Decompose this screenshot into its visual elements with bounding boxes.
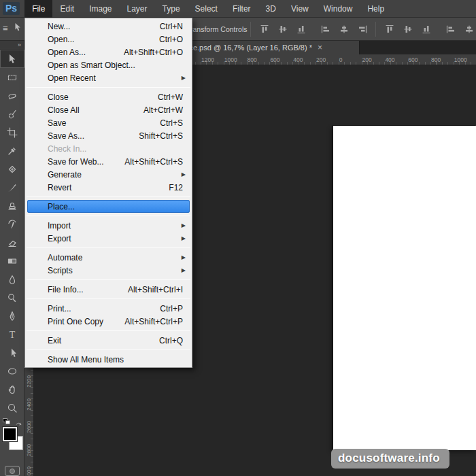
- menu-item-save[interactable]: SaveCtrl+S: [27, 116, 190, 129]
- menubar-item-edit[interactable]: Edit: [52, 0, 82, 18]
- ruler-tick-label: 2200: [26, 375, 32, 388]
- blur-tool[interactable]: [0, 270, 24, 288]
- menu-item-revert[interactable]: RevertF12: [27, 181, 190, 194]
- menu-item-save-for-web[interactable]: Save for Web...Alt+Shift+Ctrl+S: [27, 155, 190, 168]
- menu-item-generate[interactable]: Generate▶: [27, 168, 190, 181]
- svg-text:T: T: [10, 330, 16, 340]
- ruler-tick-label: 1000: [224, 56, 237, 63]
- distribute-bottom-edges-button[interactable]: [417, 21, 435, 37]
- menu-separator: [27, 216, 190, 216]
- submenu-arrow-icon: ▶: [182, 235, 186, 241]
- distribute-horizontal-centers-button[interactable]: [460, 21, 476, 37]
- menu-item-place[interactable]: Place...: [27, 200, 190, 213]
- gradient-tool[interactable]: [0, 252, 24, 270]
- crop-tool[interactable]: [0, 123, 24, 141]
- spot-healing-brush-tool[interactable]: [0, 160, 24, 178]
- align-horizontal-centers-button[interactable]: [335, 21, 353, 37]
- ruler-tick-label: 600: [270, 56, 279, 63]
- menubar-item-view[interactable]: View: [284, 0, 316, 18]
- menu-item-show-all-menu-items[interactable]: Show All Menu Items: [27, 353, 190, 366]
- hand-tool[interactable]: [0, 380, 24, 398]
- menubar-item-type[interactable]: Type: [155, 0, 188, 18]
- menubar-item-image[interactable]: Image: [82, 0, 119, 18]
- menu-item-export[interactable]: Export▶: [27, 232, 190, 245]
- submenu-arrow-icon: ▶: [182, 171, 186, 177]
- menubar-item-filter[interactable]: Filter: [225, 0, 258, 18]
- ruler-tick-label: 3000: [26, 466, 32, 476]
- menu-item-open[interactable]: Open...Ctrl+O: [27, 33, 190, 46]
- menu-item-open-as-smart-object[interactable]: Open as Smart Object...: [27, 58, 190, 71]
- tool-preset-picker-icon[interactable]: ≡: [3, 23, 8, 33]
- ruler-tick-label: 1000: [454, 56, 467, 63]
- quick-mask-mode-button[interactable]: [5, 466, 20, 476]
- distribute-left-edges-button[interactable]: [441, 21, 460, 37]
- pen-tool[interactable]: [0, 307, 24, 325]
- menubar-item-file[interactable]: File: [24, 0, 52, 18]
- menu-item-save-as[interactable]: Save As...Shift+Ctrl+S: [27, 129, 190, 142]
- tab-close-icon[interactable]: ×: [318, 44, 322, 52]
- menu-item-check-in[interactable]: Check In...: [27, 142, 190, 155]
- menu-item-print[interactable]: Print...Ctrl+P: [27, 302, 190, 315]
- ruler-tick-label: 2800: [26, 444, 32, 456]
- dodge-tool[interactable]: [0, 288, 24, 307]
- collapse-panel-icon[interactable]: »: [0, 41, 24, 50]
- type-tool[interactable]: T: [0, 325, 24, 343]
- submenu-arrow-icon: ▶: [182, 75, 186, 81]
- color-swatch-area: [0, 418, 24, 460]
- menu-item-open-recent[interactable]: Open Recent▶: [27, 71, 190, 84]
- align-vertical-centers-button[interactable]: [273, 21, 292, 37]
- ruler-tick-label: 800: [248, 56, 257, 63]
- default-colors-icon[interactable]: [3, 418, 10, 425]
- document-canvas[interactable]: [333, 126, 476, 450]
- eraser-tool[interactable]: [0, 233, 24, 252]
- menu-item-close[interactable]: CloseCtrl+W: [27, 90, 190, 103]
- rectangular-marquee-tool[interactable]: [0, 68, 24, 86]
- path-selection-tool[interactable]: [0, 343, 24, 362]
- menu-bar: Ps FileEditImageLayerTypeSelectFilter3DV…: [0, 0, 476, 18]
- align-top-edges-button[interactable]: [255, 21, 273, 37]
- document-tab[interactable]: ice.psd @ 16,7% (Layer 16, RGB/8) * ×: [182, 41, 360, 54]
- menu-item-close-all[interactable]: Close AllAlt+Ctrl+W: [27, 103, 190, 116]
- submenu-arrow-icon: ▶: [182, 222, 186, 228]
- lasso-tool[interactable]: [0, 86, 24, 105]
- options-bar-divider: [375, 22, 376, 37]
- menubar-item-select[interactable]: Select: [188, 0, 225, 18]
- menu-item-open-as[interactable]: Open As...Alt+Shift+Ctrl+O: [27, 46, 190, 58]
- quick-selection-tool[interactable]: [0, 105, 24, 123]
- align-left-edges-button[interactable]: [316, 21, 335, 37]
- options-bar-divider: [250, 22, 251, 37]
- align-bottom-edges-button[interactable]: [292, 21, 310, 37]
- ellipse-tool[interactable]: [0, 362, 24, 380]
- align-right-edges-button[interactable]: [353, 21, 371, 37]
- clone-stamp-tool[interactable]: [0, 197, 24, 215]
- menu-item-scripts[interactable]: Scripts▶: [27, 264, 190, 277]
- foreground-color-swatch[interactable]: [3, 427, 17, 441]
- menubar-item-3d[interactable]: 3D: [258, 0, 284, 18]
- menu-item-import[interactable]: Import▶: [27, 219, 190, 232]
- zoom-tool[interactable]: [0, 398, 24, 417]
- distribute-top-edges-button[interactable]: [380, 21, 398, 37]
- tools-panel: » T: [0, 41, 24, 476]
- history-brush-tool[interactable]: [0, 215, 24, 233]
- menu-item-file-info[interactable]: File Info...Alt+Shift+Ctrl+I: [27, 283, 190, 296]
- eyedropper-tool[interactable]: [0, 141, 24, 160]
- menu-item-print-one-copy[interactable]: Print One CopyAlt+Shift+Ctrl+P: [27, 315, 190, 328]
- ruler-tick-label: 400: [293, 56, 303, 63]
- ruler-tick-label: 200: [316, 56, 326, 63]
- menu-separator: [27, 350, 190, 350]
- brush-tool[interactable]: [0, 178, 24, 197]
- ruler-tick-label: 600: [408, 56, 418, 63]
- menubar-item-layer[interactable]: Layer: [120, 0, 155, 18]
- menu-item-new[interactable]: New...Ctrl+N: [27, 20, 190, 33]
- align-buttons: [246, 18, 476, 41]
- menubar-item-help[interactable]: Help: [360, 0, 392, 18]
- menu-item-exit[interactable]: ExitCtrl+Q: [27, 334, 190, 347]
- distribute-vertical-centers-button[interactable]: [398, 21, 417, 37]
- menu-separator: [27, 197, 190, 197]
- menu-item-automate[interactable]: Automate▶: [27, 251, 190, 264]
- menu-bar-items: FileEditImageLayerTypeSelectFilter3DView…: [24, 0, 392, 18]
- menubar-item-window[interactable]: Window: [316, 0, 360, 18]
- menu-separator: [27, 330, 190, 331]
- ruler-tick-label: 2400: [26, 398, 32, 411]
- move-tool[interactable]: [0, 50, 24, 68]
